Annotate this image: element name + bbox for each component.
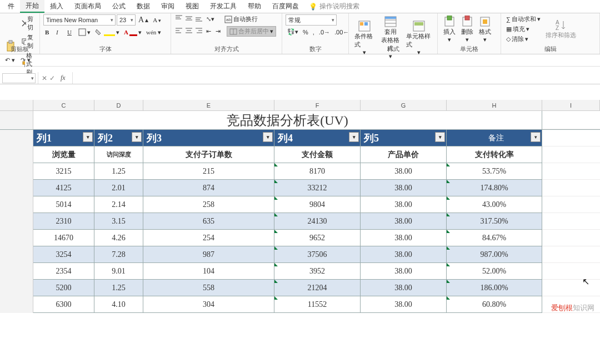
cell-amount[interactable]: 21204 <box>274 280 361 296</box>
cell-depth[interactable]: 1.25 <box>94 280 143 296</box>
cell-amount[interactable]: 3952 <box>274 263 361 280</box>
table-title[interactable]: 竞品数据分析表(UV) <box>33 111 542 129</box>
filter-drop-2[interactable]: ▾ <box>132 132 142 142</box>
row-header[interactable] <box>0 180 33 196</box>
cell-views[interactable]: 2354 <box>33 263 94 280</box>
row-header[interactable] <box>0 196 33 213</box>
cell-orders[interactable]: 635 <box>143 213 274 230</box>
cell-rate[interactable]: 43.00% <box>447 196 542 213</box>
row-header[interactable] <box>0 263 33 280</box>
cell-views[interactable]: 3254 <box>33 246 94 263</box>
align-center[interactable] <box>184 27 193 36</box>
col-F[interactable]: F <box>274 100 361 110</box>
cell-depth[interactable]: 2.01 <box>94 180 143 196</box>
cell-amount[interactable]: 9652 <box>274 230 361 246</box>
cell-rate[interactable]: 987.00% <box>447 246 542 263</box>
subhead-rate[interactable]: 支付转化率 <box>447 146 542 163</box>
shrink-font-button[interactable]: A▾ <box>151 16 163 24</box>
fill-button[interactable]: ▦ 填充 ▾ <box>504 24 542 34</box>
enter-formula-icon[interactable]: ✓ <box>49 74 55 82</box>
currency-button[interactable]: 💱▾ <box>286 28 300 36</box>
cell-amount[interactable]: 8170 <box>274 163 361 180</box>
percent-button[interactable]: % <box>301 28 310 36</box>
fx-label[interactable]: fx <box>57 74 69 82</box>
filter-drop-5[interactable]: ▾ <box>435 132 445 142</box>
wrap-text-button[interactable]: ab 自动换行 <box>223 14 259 24</box>
col-I[interactable]: I <box>542 100 600 110</box>
cut-button[interactable]: 剪切 <box>20 14 37 32</box>
cell-price[interactable]: 38.00 <box>361 263 447 280</box>
cell-orders[interactable]: 104 <box>143 263 274 280</box>
cell-views[interactable]: 5200 <box>33 280 94 296</box>
cell-price[interactable]: 38.00 <box>361 296 447 313</box>
row-header-3[interactable] <box>0 146 33 163</box>
row-header[interactable] <box>0 213 33 230</box>
menu-dev[interactable]: 开发工具 <box>204 1 242 12</box>
col-C[interactable]: C <box>33 100 94 110</box>
cell-rate[interactable]: 186.00% <box>447 280 542 296</box>
merge-button[interactable]: 合并后居中 ▾ <box>227 26 276 37</box>
autosum-button[interactable]: ∑ 自动求和 ▾ <box>504 14 542 24</box>
delete-cells-button[interactable]: 删除▾ <box>459 14 476 44</box>
menu-data[interactable]: 数据 <box>131 1 156 12</box>
filter-drop-6[interactable]: ▾ <box>531 132 541 142</box>
cell-I2[interactable] <box>542 130 600 146</box>
cell-rest[interactable] <box>542 230 600 246</box>
cell-rate[interactable]: 53.75% <box>447 163 542 180</box>
subhead-views[interactable]: 浏览量 <box>33 146 94 163</box>
tell-me[interactable]: 💡 操作说明搜索 <box>309 2 359 11</box>
cell-views[interactable]: 14670 <box>33 230 94 246</box>
cell-price[interactable]: 38.00 <box>361 180 447 196</box>
cell-amount[interactable]: 9804 <box>274 196 361 213</box>
sort-filter-button[interactable]: AZ 排序和筛选 <box>543 18 578 41</box>
cell-depth[interactable]: 7.28 <box>94 246 143 263</box>
number-format-select[interactable]: 常规 <box>286 14 337 26</box>
cell-views[interactable]: 3215 <box>33 163 94 180</box>
align-right[interactable] <box>194 27 203 36</box>
cell-rate[interactable]: 52.00% <box>447 263 542 280</box>
table-format-button[interactable]: 套用 表格格式▾ <box>378 14 403 61</box>
cell-price[interactable]: 38.00 <box>361 213 447 230</box>
menu-help[interactable]: 帮助 <box>242 1 267 12</box>
cell-rest[interactable] <box>542 263 600 280</box>
cell-depth[interactable]: 4.10 <box>94 296 143 313</box>
cell-views[interactable]: 2310 <box>33 213 94 230</box>
row-header[interactable] <box>0 230 33 246</box>
menu-insert[interactable]: 插入 <box>44 1 69 12</box>
filter-col6[interactable]: 备注▾ <box>447 130 542 146</box>
cell-orders[interactable]: 558 <box>143 280 274 296</box>
row-header-1[interactable] <box>0 111 33 129</box>
cell-rest[interactable] <box>542 196 600 213</box>
cell-I3[interactable] <box>542 146 600 163</box>
cell-depth[interactable]: 9.01 <box>94 263 143 280</box>
cell-rest[interactable] <box>542 213 600 230</box>
insert-cells-button[interactable]: 插入▾ <box>441 14 458 44</box>
filter-drop-1[interactable]: ▾ <box>83 132 93 142</box>
filter-drop-3[interactable]: ▾ <box>263 132 273 142</box>
cell-views[interactable]: 5014 <box>33 196 94 213</box>
cell-rate[interactable]: 84.67% <box>447 230 542 246</box>
select-all-corner[interactable] <box>0 100 33 110</box>
filter-col4[interactable]: 列4▾ <box>274 130 361 146</box>
align-top[interactable] <box>174 14 183 24</box>
cell-price[interactable]: 38.00 <box>361 230 447 246</box>
cell-rate[interactable]: 317.50% <box>447 213 542 230</box>
cell-orders[interactable]: 874 <box>143 180 274 196</box>
filter-drop-4[interactable]: ▾ <box>349 132 359 142</box>
cell-amount[interactable]: 11552 <box>274 296 361 313</box>
cell-orders[interactable]: 304 <box>143 296 274 313</box>
cell-orders[interactable]: 987 <box>143 246 274 263</box>
cell-rest[interactable] <box>542 180 600 196</box>
cell-price[interactable]: 38.00 <box>361 246 447 263</box>
col-E[interactable]: E <box>143 100 274 110</box>
cell-depth[interactable]: 3.15 <box>94 213 143 230</box>
cell-orders[interactable]: 258 <box>143 196 274 213</box>
cell-rest[interactable] <box>542 163 600 180</box>
cell-price[interactable]: 38.00 <box>361 280 447 296</box>
inc-decimal[interactable]: .0→ <box>317 28 332 36</box>
cell-rest[interactable] <box>542 246 600 263</box>
filter-col2[interactable]: 列2▾ <box>94 130 143 146</box>
filter-col5[interactable]: 列5▾ <box>361 130 447 146</box>
menu-page-layout[interactable]: 页面布局 <box>69 1 107 12</box>
col-H[interactable]: H <box>447 100 542 110</box>
